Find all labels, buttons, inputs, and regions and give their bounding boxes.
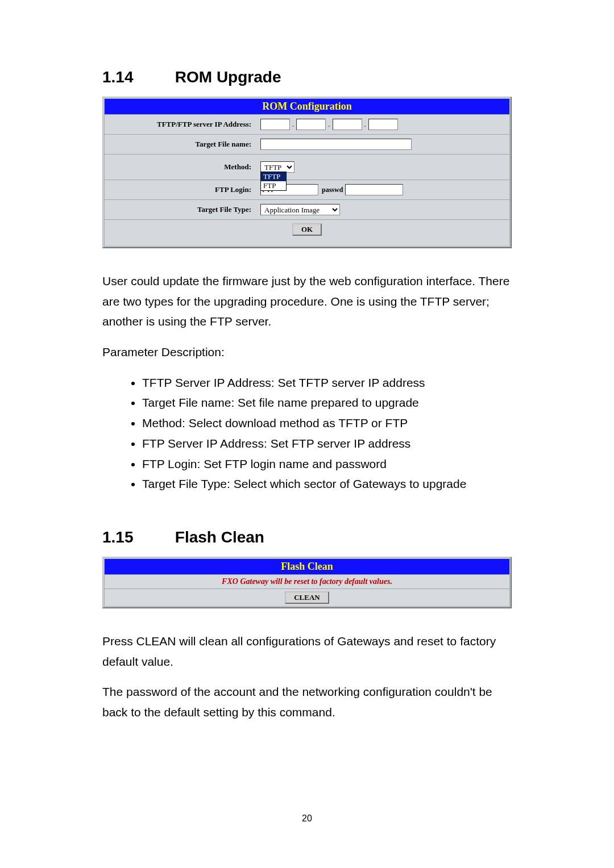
row-ftp-login: FTP Login: passwd bbox=[104, 180, 510, 200]
flash-clean-header: Flash Clean bbox=[104, 558, 510, 575]
row-ip: TFTP/FTP server IP Address: . . . bbox=[104, 115, 510, 135]
label-ip: TFTP/FTP server IP Address: bbox=[105, 120, 257, 129]
ip-octet-3[interactable] bbox=[333, 119, 362, 130]
method-option-ftp[interactable]: FTP bbox=[261, 181, 286, 190]
row-filename: Target File name: bbox=[104, 135, 510, 155]
ip-octet-2[interactable] bbox=[296, 119, 326, 130]
row-ok: OK bbox=[104, 220, 510, 247]
label-method: Method: bbox=[105, 162, 257, 172]
rom-config-header: ROM Configuration bbox=[104, 98, 510, 115]
section-title: Flash Clean bbox=[175, 528, 264, 546]
rom-config-panel: ROM Configuration TFTP/FTP server IP Add… bbox=[102, 97, 512, 248]
method-dropdown-open[interactable]: TFTP FTP bbox=[260, 172, 287, 191]
list-item: Method: Select download method as TFTP o… bbox=[142, 413, 512, 433]
list-item: FTP Server IP Address: Set FTP server IP… bbox=[142, 433, 512, 454]
param-list: TFTP Server IP Address: Set TFTP server … bbox=[102, 373, 512, 494]
ip-octet-4[interactable] bbox=[368, 119, 398, 130]
flash-clean-warning: FXO Gateway will be reset to factory def… bbox=[104, 575, 510, 589]
section-heading-flash: 1.15 Flash Clean bbox=[102, 528, 512, 546]
ip-dot: . bbox=[364, 120, 366, 129]
row-file-type: Target File Type: Application Image bbox=[104, 200, 510, 220]
label-file-type: Target File Type: bbox=[105, 205, 257, 214]
flash-clean-panel: Flash Clean FXO Gateway will be reset to… bbox=[102, 557, 512, 608]
list-item: TFTP Server IP Address: Set TFTP server … bbox=[142, 373, 512, 393]
section-number: 1.14 bbox=[102, 68, 171, 86]
flash-desc-2: The password of the account and the netw… bbox=[102, 682, 512, 722]
method-option-tftp[interactable]: TFTP bbox=[261, 172, 286, 181]
clean-button[interactable]: CLEAN bbox=[285, 591, 329, 604]
list-item: Target File Type: Select which sector of… bbox=[142, 474, 512, 494]
section-number: 1.15 bbox=[102, 528, 171, 546]
flash-desc-1: Press CLEAN will clean all configuration… bbox=[102, 631, 512, 671]
ip-octet-1[interactable] bbox=[260, 119, 290, 130]
file-type-select[interactable]: Application Image bbox=[260, 204, 340, 215]
ip-dot: . bbox=[292, 120, 294, 129]
ftp-passwd-input[interactable] bbox=[345, 184, 403, 195]
page-number: 20 bbox=[102, 813, 512, 824]
section-heading-rom: 1.14 ROM Upgrade bbox=[102, 68, 512, 86]
ip-dot: . bbox=[328, 120, 330, 129]
rom-description-1: User could update the firmware just by t… bbox=[102, 271, 512, 332]
row-method: Method: TFTP TFTP FTP bbox=[104, 155, 510, 180]
list-item: Target File name: Set file name prepared… bbox=[142, 393, 512, 413]
ok-button[interactable]: OK bbox=[292, 223, 322, 236]
target-file-input[interactable] bbox=[260, 139, 412, 150]
passwd-label: passwd bbox=[322, 186, 343, 194]
label-ftp-login: FTP Login: bbox=[105, 185, 257, 194]
param-desc-heading: Parameter Description: bbox=[102, 342, 512, 362]
label-filename: Target File name: bbox=[105, 140, 257, 149]
section-title: ROM Upgrade bbox=[175, 68, 281, 86]
list-item: FTP Login: Set FTP login name and passwo… bbox=[142, 454, 512, 474]
method-select[interactable]: TFTP bbox=[260, 161, 294, 173]
